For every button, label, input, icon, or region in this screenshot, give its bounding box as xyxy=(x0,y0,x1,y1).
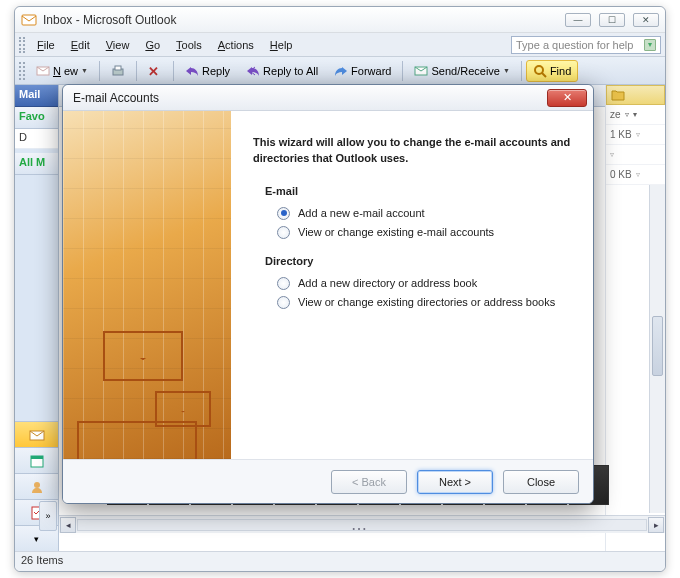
dialog-title: E-mail Accounts xyxy=(73,91,547,105)
find-button[interactable]: Find xyxy=(526,60,578,82)
envelope-icon xyxy=(103,331,183,381)
menu-bar: File Edit View Go Tools Actions Help Typ… xyxy=(15,33,665,57)
send-receive-icon xyxy=(414,64,428,78)
title-bar: Inbox - Microsoft Outlook — ☐ ✕ xyxy=(15,7,665,33)
nav-favorites-header[interactable]: Favo xyxy=(15,107,58,129)
reply-icon xyxy=(185,64,199,78)
forward-label: Forward xyxy=(351,65,391,77)
radio-view-email[interactable]: View or change existing e-mail accounts xyxy=(277,226,571,239)
dialog-close-button[interactable]: ✕ xyxy=(547,89,587,107)
svg-rect-3 xyxy=(115,66,121,70)
delete-icon: ✕ xyxy=(148,64,162,78)
find-icon xyxy=(533,64,547,78)
help-search-placeholder: Type a question for help xyxy=(516,39,633,51)
list-item[interactable]: 1 KB ▿ xyxy=(606,125,665,145)
folder-icon-row[interactable] xyxy=(606,85,665,105)
radio-icon xyxy=(277,277,290,290)
nav-icon-strip: ▾ xyxy=(15,421,58,551)
toolbar-grip[interactable] xyxy=(19,62,25,80)
radio-label: View or change existing directories or a… xyxy=(298,296,555,308)
nav-all-mail-header[interactable]: All M xyxy=(15,153,58,175)
svg-point-5 xyxy=(535,66,543,74)
menu-tools[interactable]: Tools xyxy=(168,37,210,53)
list-item[interactable]: 0 KB ▿ xyxy=(606,165,665,185)
reply-all-label: Reply to All xyxy=(263,65,318,77)
vertical-scrollbar[interactable] xyxy=(649,185,665,513)
svg-rect-0 xyxy=(22,15,36,25)
menu-actions[interactable]: Actions xyxy=(210,37,262,53)
horizontal-scrollbar[interactable]: ◂ ⋯ ▸ xyxy=(59,515,665,533)
maximize-button[interactable]: ☐ xyxy=(599,13,625,27)
toolbar-separator xyxy=(136,61,137,81)
dialog-title-bar[interactable]: E-mail Accounts ✕ xyxy=(63,85,593,111)
back-button: < Back xyxy=(331,470,407,494)
toolbar-separator xyxy=(402,61,403,81)
outlook-icon xyxy=(21,12,37,28)
help-dropdown-icon[interactable]: ▾ xyxy=(644,39,656,51)
scroll-left-arrow[interactable]: ◂ xyxy=(60,517,76,533)
window-title: Inbox - Microsoft Outlook xyxy=(43,13,565,27)
scroll-thumb[interactable] xyxy=(652,316,663,376)
svg-point-9 xyxy=(34,482,40,488)
status-items-count: 26 Items xyxy=(21,554,63,566)
reply-all-icon xyxy=(246,64,260,78)
radio-icon xyxy=(277,296,290,309)
close-button[interactable]: Close xyxy=(503,470,579,494)
nav-mail-icon[interactable] xyxy=(15,421,58,447)
menu-go[interactable]: Go xyxy=(137,37,168,53)
scroll-right-arrow[interactable]: ▸ xyxy=(648,517,664,533)
list-item[interactable]: ▿ xyxy=(606,145,665,165)
radio-add-email[interactable]: Add a new e-mail account xyxy=(277,207,571,220)
status-bar: 26 Items xyxy=(15,551,665,571)
radio-label: View or change existing e-mail accounts xyxy=(298,226,494,238)
nav-overflow-chevron[interactable]: » xyxy=(39,501,57,531)
dialog-body: This wizard will allow you to change the… xyxy=(63,111,593,459)
new-button[interactable]: NNewew ▼ xyxy=(29,60,95,82)
reply-all-button[interactable]: Reply to All xyxy=(239,60,325,82)
dialog-intro-text: This wizard will allow you to change the… xyxy=(253,135,571,167)
chevron-down-icon: ▼ xyxy=(503,67,510,74)
nav-contacts-icon[interactable] xyxy=(15,473,58,499)
nav-mail-header: Mail xyxy=(15,85,58,107)
menu-edit[interactable]: Edit xyxy=(63,37,98,53)
send-receive-button[interactable]: Send/Receive▼ xyxy=(407,60,516,82)
next-button[interactable]: Next > xyxy=(417,470,493,494)
forward-button[interactable]: Forward xyxy=(327,60,398,82)
chevron-down-icon: ▼ xyxy=(81,67,88,74)
nav-row[interactable]: D xyxy=(15,129,58,149)
close-window-button[interactable]: ✕ xyxy=(633,13,659,27)
reply-button[interactable]: Reply xyxy=(178,60,237,82)
delete-button[interactable]: ✕ xyxy=(141,60,169,82)
reply-label: Reply xyxy=(202,65,230,77)
print-icon xyxy=(111,64,125,78)
nav-calendar-icon[interactable] xyxy=(15,447,58,473)
svg-rect-8 xyxy=(31,456,43,459)
dialog-sidebar-graphic xyxy=(63,111,231,459)
find-label: Find xyxy=(550,65,571,77)
radio-icon xyxy=(277,207,290,220)
new-mail-icon xyxy=(36,64,50,78)
menu-grip[interactable] xyxy=(19,37,25,53)
radio-label: Add a new directory or address book xyxy=(298,277,477,289)
toolbar-separator xyxy=(173,61,174,81)
print-button[interactable] xyxy=(104,60,132,82)
menu-help[interactable]: Help xyxy=(262,37,301,53)
radio-view-directory[interactable]: View or change existing directories or a… xyxy=(277,296,571,309)
menu-view[interactable]: View xyxy=(98,37,138,53)
menu-file[interactable]: File xyxy=(29,37,63,53)
envelope-icon xyxy=(77,421,197,459)
size-header[interactable]: ze ▿ ▾ xyxy=(606,105,665,125)
radio-label: Add a new e-mail account xyxy=(298,207,425,219)
send-receive-label: Send/Receive xyxy=(431,65,500,77)
forward-icon xyxy=(334,64,348,78)
navigation-pane: Mail Favo D All M ▾ xyxy=(15,85,59,551)
help-search-input[interactable]: Type a question for help ▾ xyxy=(511,36,661,54)
scroll-track[interactable]: ⋯ xyxy=(77,519,647,531)
main-toolbar: NNewew ▼ ✕ Reply Reply to All Forward Se… xyxy=(15,57,665,85)
radio-add-directory[interactable]: Add a new directory or address book xyxy=(277,277,571,290)
email-accounts-dialog: E-mail Accounts ✕ This wizard will allow… xyxy=(62,84,594,504)
minimize-button[interactable]: — xyxy=(565,13,591,27)
section-email-title: E-mail xyxy=(265,185,571,197)
toolbar-separator xyxy=(521,61,522,81)
dialog-content: This wizard will allow you to change the… xyxy=(231,111,593,459)
